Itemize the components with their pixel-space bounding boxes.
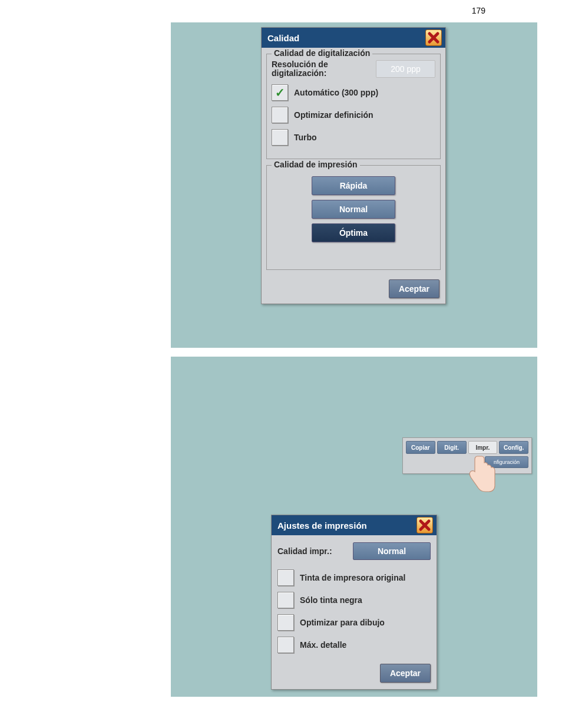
toolbar-subrow: nfiguración: [403, 454, 531, 468]
resolution-row: Resolución de digitalización: 200 ppp: [272, 60, 435, 78]
accept-button[interactable]: Aceptar: [389, 279, 439, 298]
accept-button-2[interactable]: Aceptar: [380, 664, 431, 683]
quality-normal-button[interactable]: Normal: [312, 200, 395, 219]
scan-quality-fieldset: Calidad de digitalización Resolución de …: [266, 54, 441, 159]
page-number: 179: [472, 6, 485, 15]
print-quality-label: Calidad impr.:: [277, 546, 332, 556]
tab-copy[interactable]: Copiar: [406, 441, 435, 454]
print-quality-fieldset: Calidad de impresión Rápida Normal Óptim…: [266, 165, 441, 270]
print-settings-dialog: Ajustes de impresión Calidad impr.: Norm…: [271, 515, 437, 690]
option-optimize-drawing-label: Optimizar para dibujo: [300, 618, 385, 627]
tab-config[interactable]: Config.: [499, 441, 528, 454]
toolbar-panel: Copiar Digit. Impr. Config. nfiguración: [402, 437, 532, 474]
option-turbo-label: Turbo: [294, 133, 317, 142]
accept-row: Aceptar: [262, 276, 445, 298]
option-original-ink: Tinta de impresora original: [277, 569, 431, 586]
close-icon: [417, 518, 432, 533]
option-black-ink: Sólo tinta negra: [277, 592, 431, 608]
option-optimize-label: Optimizar definición: [294, 110, 373, 120]
option-turbo: Turbo: [272, 129, 435, 146]
checkbox-max-detail[interactable]: [277, 637, 294, 653]
tab-print[interactable]: Impr.: [468, 441, 498, 454]
option-black-ink-label: Sólo tinta negra: [300, 595, 362, 605]
screenshot-2: Copiar Digit. Impr. Config. nfiguración …: [171, 357, 537, 697]
option-original-ink-label: Tinta de impresora original: [300, 573, 405, 582]
option-max-detail: Máx. detalle: [277, 637, 431, 653]
option-automatic-label: Automático (300 ppp): [294, 88, 378, 97]
resolution-label: Resolución de digitalización:: [272, 60, 376, 78]
scan-quality-legend: Calidad de digitalización: [272, 48, 372, 58]
screenshot-1: Calidad Calidad de digitalización Resolu…: [171, 22, 537, 348]
print-quality-row: Calidad impr.: Normal: [272, 535, 437, 564]
quality-fast-button[interactable]: Rápida: [312, 176, 395, 195]
resolution-value[interactable]: 200 ppp: [376, 60, 435, 78]
print-quality-legend: Calidad de impresión: [272, 160, 360, 169]
option-max-detail-label: Máx. detalle: [300, 640, 346, 650]
close-button[interactable]: [425, 29, 442, 46]
accept-row-2: Aceptar: [272, 659, 437, 683]
checkbox-turbo[interactable]: [272, 129, 288, 146]
close-button-2[interactable]: [416, 517, 433, 533]
close-icon: [426, 30, 441, 45]
option-automatic: ✓ Automático (300 ppp): [272, 84, 435, 101]
option-optimize-drawing: Optimizar para dibujo: [277, 614, 431, 631]
check-icon: ✓: [275, 85, 285, 100]
quality-best-button[interactable]: Óptima: [312, 223, 395, 242]
dialog2-title: Ajustes de impresión: [277, 521, 367, 531]
option-optimize: Optimizar definición: [272, 107, 435, 123]
checkbox-original-ink[interactable]: [277, 569, 294, 586]
dialog-titlebar: Calidad: [262, 28, 445, 48]
dialog-title: Calidad: [267, 33, 299, 43]
toolbar-tabs: Copiar Digit. Impr. Config.: [403, 438, 531, 454]
checkbox-optimize[interactable]: [272, 107, 288, 123]
dialog2-titlebar: Ajustes de impresión: [272, 515, 437, 535]
checkbox-black-ink[interactable]: [277, 592, 294, 608]
print-quality-value[interactable]: Normal: [353, 542, 431, 560]
configuration-subbutton[interactable]: nfiguración: [485, 456, 528, 468]
quality-dialog: Calidad Calidad de digitalización Resolu…: [261, 27, 446, 304]
checkbox-optimize-drawing[interactable]: [277, 614, 294, 631]
print-options: Tinta de impresora original Sólo tinta n…: [272, 569, 437, 653]
checkbox-automatic[interactable]: ✓: [272, 84, 288, 101]
tab-scan[interactable]: Digit.: [437, 441, 467, 454]
